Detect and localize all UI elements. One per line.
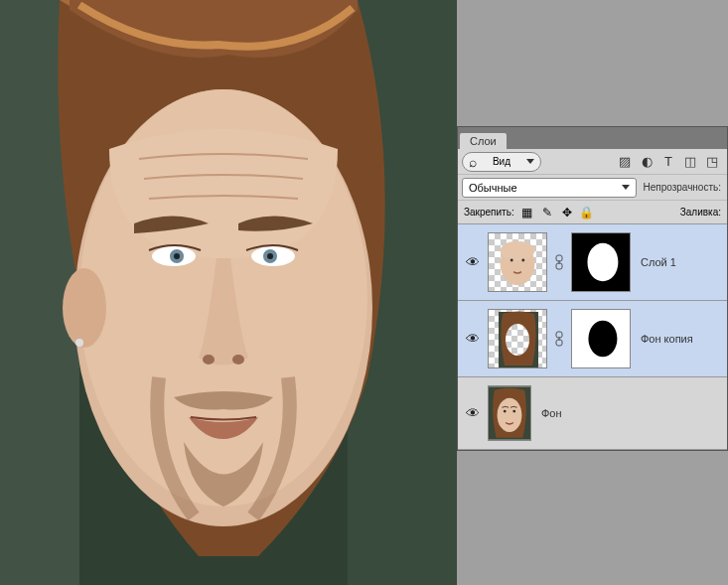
layers-list: 👁 Слой 1 👁 <box>458 224 727 450</box>
visibility-toggle[interactable]: 👁 <box>464 254 482 270</box>
svg-point-11 <box>203 355 215 365</box>
lock-label: Закрепить: <box>464 207 514 218</box>
visibility-toggle[interactable]: 👁 <box>464 331 482 347</box>
layer-row[interactable]: 👁 <box>458 301 727 377</box>
mask-thumbnail[interactable] <box>571 309 631 368</box>
shape-filter-icon[interactable]: ◫ <box>683 155 697 169</box>
chevron-down-icon <box>622 185 630 190</box>
canvas-image[interactable] <box>0 0 457 585</box>
layer-thumbnail[interactable] <box>488 309 547 368</box>
svg-point-34 <box>498 398 522 432</box>
layer-filter-select[interactable]: Вид <box>462 152 541 172</box>
layer-thumbnail[interactable] <box>488 232 547 292</box>
layer-filter-label: Вид <box>493 156 510 167</box>
blend-row: Обычные Непрозрачность: <box>458 175 727 201</box>
layer-thumbnail[interactable] <box>488 385 531 441</box>
svg-point-12 <box>232 355 244 365</box>
layer-row[interactable]: 👁 Слой 1 <box>458 224 727 301</box>
svg-point-16 <box>501 241 535 260</box>
layer-row[interactable]: 👁 Фон <box>458 377 727 450</box>
blend-mode-select[interactable]: Обычные <box>462 178 637 198</box>
svg-point-14 <box>75 339 83 347</box>
lock-all-icon[interactable]: 🔒 <box>580 206 594 219</box>
svg-point-32 <box>588 321 617 358</box>
tab-layers[interactable]: Слои <box>460 133 507 149</box>
smart-filter-icon[interactable]: ◳ <box>705 155 719 169</box>
svg-point-17 <box>510 259 513 262</box>
svg-point-22 <box>587 243 618 282</box>
adjustment-filter-icon[interactable]: ◐ <box>640 155 654 169</box>
layer-name[interactable]: Фон копия <box>641 333 693 345</box>
layer-filter-row: Вид ▨ ◐ T ◫ ◳ <box>458 149 727 175</box>
svg-point-18 <box>521 259 524 262</box>
fill-label: Заливка: <box>680 207 721 218</box>
link-icon[interactable] <box>553 254 565 270</box>
svg-point-7 <box>174 253 180 259</box>
link-icon[interactable] <box>553 331 565 347</box>
chevron-down-icon <box>526 159 534 164</box>
image-filter-icon[interactable]: ▨ <box>618 155 632 169</box>
opacity-label: Непрозрачность: <box>643 182 723 193</box>
layers-panel: Слои Вид ▨ ◐ T ◫ ◳ Обычные Непрозрачност… <box>457 126 728 451</box>
lock-row: Закрепить: ▦ ✎ ✥ 🔒 Заливка: <box>458 201 727 224</box>
lock-transparency-icon[interactable]: ▦ <box>520 206 534 219</box>
lock-pixels-icon[interactable]: ✎ <box>540 206 554 219</box>
svg-point-36 <box>512 410 515 413</box>
svg-point-35 <box>504 410 507 413</box>
svg-point-13 <box>63 268 106 348</box>
visibility-toggle[interactable]: 👁 <box>464 405 482 421</box>
svg-point-10 <box>267 253 273 259</box>
filter-icons: ▨ ◐ T ◫ ◳ <box>618 155 723 169</box>
layer-name[interactable]: Фон <box>541 407 562 419</box>
blend-mode-value: Обычные <box>469 182 517 194</box>
lock-position-icon[interactable]: ✥ <box>560 206 574 219</box>
layer-name[interactable]: Слой 1 <box>641 256 676 268</box>
panel-tabs: Слои <box>458 127 727 149</box>
search-icon <box>469 154 477 170</box>
text-filter-icon[interactable]: T <box>661 155 675 169</box>
mask-thumbnail[interactable] <box>571 232 631 292</box>
